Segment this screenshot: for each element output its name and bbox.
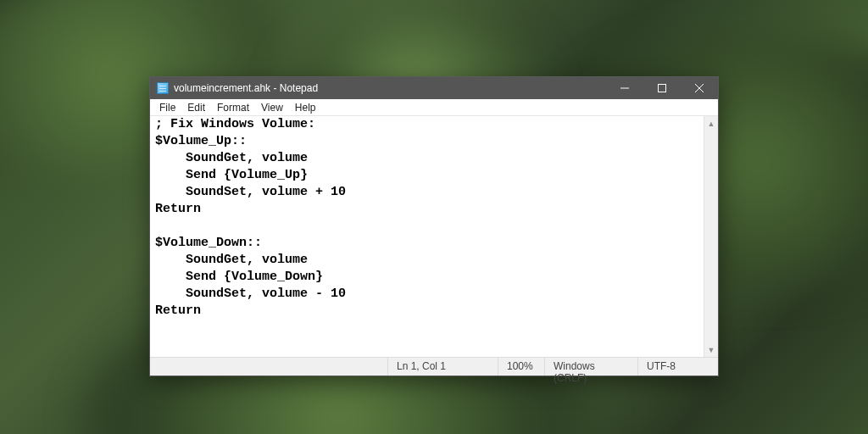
editor-area: ; Fix Windows Volume: $Volume_Up:: Sound… [150,116,718,357]
text-content[interactable]: ; Fix Windows Volume: $Volume_Up:: Sound… [150,116,704,357]
menu-format[interactable]: Format [211,100,255,115]
titlebar[interactable]: volumeincrement.ahk - Notepad [150,77,718,99]
menu-file[interactable]: File [153,100,181,115]
window-title: volumeincrement.ahk - Notepad [174,82,318,94]
vertical-scrollbar[interactable]: ▲ ▼ [704,116,718,357]
status-line-ending: Windows (CRLF) [544,358,637,376]
menu-edit[interactable]: Edit [181,100,211,115]
menubar: File Edit Format View Help [150,99,718,116]
scroll-up-icon[interactable]: ▲ [704,116,718,131]
notepad-icon [157,82,169,94]
minimize-button[interactable] [606,77,643,99]
status-encoding: UTF-8 [637,358,718,376]
maximize-button[interactable] [643,77,681,99]
status-zoom: 100% [498,358,544,376]
notepad-window: volumeincrement.ahk - Notepad File Edit … [149,76,719,376]
menu-help[interactable]: Help [289,100,322,115]
scroll-down-icon[interactable]: ▼ [704,342,718,357]
close-button[interactable] [681,77,718,99]
menu-view[interactable]: View [255,100,289,115]
statusbar: Ln 1, Col 1 100% Windows (CRLF) UTF-8 [150,357,718,376]
status-position: Ln 1, Col 1 [387,358,498,376]
svg-rect-1 [659,85,666,92]
